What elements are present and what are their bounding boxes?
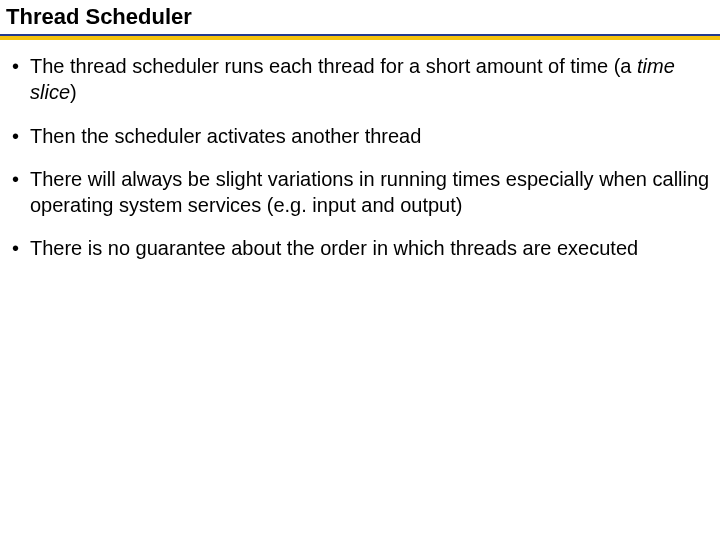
bullet-text: Then the scheduler activates another thr… — [30, 125, 421, 147]
bullet-text-pre: The thread scheduler runs each thread fo… — [30, 55, 637, 77]
list-item: Then the scheduler activates another thr… — [8, 124, 712, 150]
list-item: There will always be slight variations i… — [8, 167, 712, 218]
bullet-list: The thread scheduler runs each thread fo… — [8, 54, 712, 262]
bullet-text: There is no guarantee about the order in… — [30, 237, 638, 259]
list-item: The thread scheduler runs each thread fo… — [8, 54, 712, 105]
bullet-text: There will always be slight variations i… — [30, 168, 709, 216]
slide-header: Thread Scheduler — [0, 0, 720, 32]
slide-title: Thread Scheduler — [6, 4, 714, 30]
list-item: There is no guarantee about the order in… — [8, 236, 712, 262]
bullet-text-post: ) — [70, 81, 77, 103]
slide-body: The thread scheduler runs each thread fo… — [0, 40, 720, 262]
